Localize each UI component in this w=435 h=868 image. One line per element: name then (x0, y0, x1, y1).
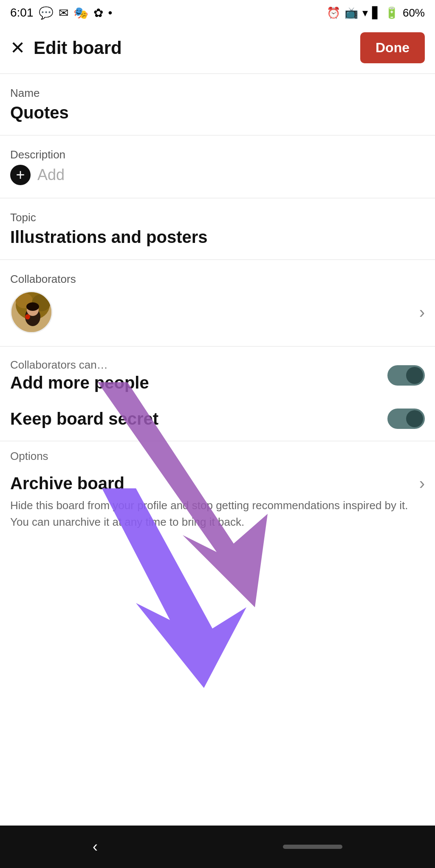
collaborator-avatar[interactable] (10, 291, 53, 333)
status-left: 6:01 💬 ✉ 🎭 ✿ • (10, 6, 112, 20)
done-button[interactable]: Done (360, 32, 425, 63)
email-icon: ✉ (59, 6, 68, 20)
battery-icon: 🔋 (385, 6, 398, 20)
svg-rect-8 (26, 315, 29, 319)
status-right: ⏰ 📺 ▾ ▋ 🔋 60% (327, 6, 425, 20)
add-more-people-label: Add more people (10, 373, 149, 392)
archive-chevron[interactable]: › (419, 474, 425, 493)
battery-percent: 60% (403, 6, 425, 20)
keep-board-secret-row: Keep board secret (0, 404, 435, 441)
description-section: Description + Add (0, 135, 435, 198)
options-label: Options (0, 441, 435, 467)
keep-board-secret-toggle[interactable] (387, 409, 425, 429)
topic-value[interactable]: Illustrations and posters (10, 228, 425, 247)
signal-icon: ▋ (372, 6, 381, 20)
status-bar: 6:01 💬 ✉ 🎭 ✿ • ⏰ 📺 ▾ ▋ 🔋 60% (0, 0, 435, 25)
topic-section: Topic Illustrations and posters (0, 198, 435, 259)
whatsapp-icon: 💬 (39, 6, 54, 20)
description-label: Description (10, 148, 425, 161)
add-description-text: Add (37, 166, 65, 184)
collaborators-can-label: Collaborators can… (10, 358, 149, 372)
add-description-icon[interactable]: + (10, 165, 31, 185)
misc-icon2: ✿ (93, 6, 103, 20)
nav-back-button[interactable]: ‹ (93, 838, 98, 856)
name-label: Name (10, 87, 425, 100)
topic-label: Topic (10, 211, 425, 224)
add-more-people-toggle[interactable] (387, 365, 425, 386)
collaborators-label: Collaborators (10, 273, 425, 286)
name-value[interactable]: Quotes (10, 103, 425, 122)
keep-board-secret-label: Keep board secret (10, 409, 158, 428)
bottom-nav-bar: ‹ (0, 826, 435, 868)
header-left: ✕ Edit board (10, 38, 122, 58)
keep-board-secret-labels: Keep board secret (10, 409, 158, 428)
misc-dot: • (108, 6, 113, 20)
add-more-people-row: Collaborators can… Add more people (0, 347, 435, 404)
collaborators-section: Collaborators (0, 260, 435, 346)
alarm-icon: ⏰ (327, 6, 340, 20)
archive-board-title: Archive board (10, 474, 124, 493)
svg-point-6 (26, 302, 39, 311)
collaborators-row: › (10, 291, 425, 333)
page-title: Edit board (34, 38, 122, 58)
collaborators-chevron[interactable]: › (419, 303, 425, 322)
cast-icon: 📺 (345, 6, 358, 20)
archive-board-row[interactable]: Archive board › (0, 467, 435, 497)
archive-board-description: Hide this board from your profile and st… (0, 497, 435, 543)
wifi-icon: ▾ (362, 6, 368, 20)
close-icon[interactable]: ✕ (10, 39, 25, 57)
name-section: Name Quotes (0, 74, 435, 135)
home-indicator[interactable] (283, 845, 342, 849)
status-time: 6:01 (10, 6, 34, 20)
misc-icon1: 🎭 (73, 6, 88, 20)
add-more-people-labels: Collaborators can… Add more people (10, 358, 149, 392)
description-add-row[interactable]: + Add (10, 165, 425, 185)
edit-board-header: ✕ Edit board Done (0, 25, 435, 73)
